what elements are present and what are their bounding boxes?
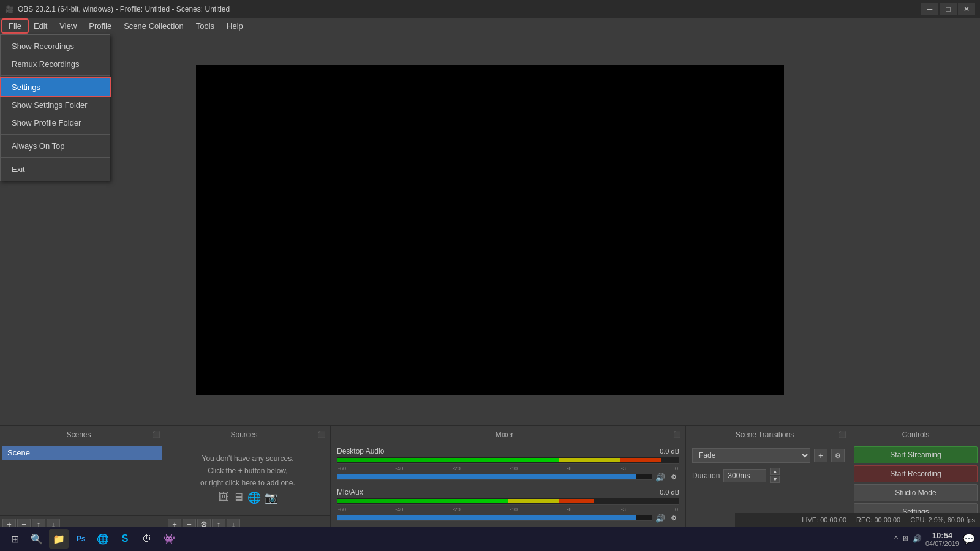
- taskbar-alien-app[interactable]: 👾: [159, 529, 179, 549]
- duration-up[interactable]: ▲: [770, 468, 780, 475]
- tray-network: 🖥: [902, 534, 909, 543]
- mixer-panel-title: Mixer: [336, 430, 673, 439]
- main-area: Scenes ⬛ Scene + − ↑ ↓ Sources ⬛ You don…: [0, 34, 980, 533]
- sources-empty-line3: or right click here to add one.: [200, 479, 295, 487]
- cpu-status: CPU: 2.9%, 60.00 fps: [910, 516, 975, 523]
- sources-panel-icon: ⬛: [318, 431, 325, 438]
- mixer-desktop-meter: [337, 457, 679, 464]
- sources-empty: You don't have any sources. Click the + …: [168, 446, 328, 513]
- taskbar-right: ^ 🖥 🔊 10:54 04/07/2019 💬: [894, 531, 975, 547]
- menu-bar: File Edit View Profile Scene Collection …: [0, 18, 980, 34]
- taskbar-skype[interactable]: S: [115, 529, 135, 549]
- duration-down[interactable]: ▼: [770, 476, 780, 483]
- mixer-panel-icon: ⬛: [673, 431, 680, 438]
- mixer-panel: Mixer ⬛ Desktop Audio 0.0 dB: [331, 426, 686, 533]
- live-status: LIVE: 00:00:00: [802, 516, 846, 523]
- tray-chevron[interactable]: ^: [894, 534, 898, 543]
- image-source-icon: 🖼: [218, 491, 229, 504]
- clock-date: 04/07/2019: [925, 540, 959, 547]
- duration-label: Duration: [692, 471, 720, 480]
- menu-help[interactable]: Help: [221, 20, 249, 32]
- taskbar-chrome[interactable]: 🌐: [93, 529, 113, 549]
- mixer-mic-meter: [337, 498, 679, 505]
- scenes-panel-header: Scenes ⬛: [0, 426, 165, 443]
- scenes-panel-icon: ⬛: [153, 431, 160, 438]
- mixer-mic-slider-row: 🔊 ⚙: [337, 512, 679, 523]
- transition-settings-btn[interactable]: ⚙: [831, 449, 845, 462]
- minimize-button[interactable]: ─: [921, 3, 938, 15]
- start-streaming-button[interactable]: Start Streaming: [854, 446, 978, 463]
- menu-file[interactable]: File: [2, 20, 28, 32]
- transitions-panel-icon: ⬛: [839, 431, 846, 438]
- maximize-button[interactable]: □: [940, 3, 957, 15]
- taskbar-clock-app[interactable]: ⏱: [137, 529, 157, 549]
- mixer-mic-label: Mic/Aux: [337, 488, 363, 497]
- controls-panel-title: Controls: [856, 430, 975, 439]
- mixer-desktop-top: Desktop Audio 0.0 dB: [337, 447, 679, 455]
- transitions-panel-header: Scene Transitions ⬛: [686, 426, 851, 443]
- studio-mode-button[interactable]: Studio Mode: [854, 484, 978, 501]
- mixer-mic-scale: -60-40-20-10-6-30: [337, 506, 679, 512]
- close-button[interactable]: ✕: [958, 3, 975, 15]
- mixer-desktop-mute[interactable]: 🔊: [655, 471, 666, 482]
- menu-edit[interactable]: Edit: [28, 20, 53, 32]
- preview-canvas: [196, 65, 784, 395]
- taskbar: ⊞ 🔍 📁 Ps 🌐 S ⏱ 👾 ^ 🖥 🔊 10:54 04/07/2019 …: [0, 527, 980, 551]
- mixer-desktop-db: 0.0 dB: [660, 448, 679, 455]
- taskbar-start-button[interactable]: ⊞: [5, 529, 24, 549]
- scenes-panel: Scenes ⬛ Scene + − ↑ ↓: [0, 426, 165, 533]
- clock-time: 10:54: [925, 531, 959, 540]
- source-icons: 🖼 🖥 🌐 📷: [218, 491, 278, 504]
- mixer-desktop-settings[interactable]: ⚙: [668, 471, 679, 482]
- window-title: OBS 23.2.1 (64-bit, windows) - Profile: …: [18, 5, 230, 13]
- mixer-mic-mute[interactable]: 🔊: [655, 512, 666, 523]
- browser-source-icon: 🌐: [247, 491, 261, 504]
- menu-view[interactable]: View: [53, 20, 83, 32]
- transition-select[interactable]: Fade Cut Swipe Slide: [692, 448, 810, 463]
- menu-exit[interactable]: Exit: [1, 160, 110, 178]
- sources-panel-title: Sources: [170, 430, 318, 439]
- sources-panel-content[interactable]: You don't have any sources. Click the + …: [165, 443, 330, 515]
- menu-show-settings-folder[interactable]: Show Settings Folder: [1, 96, 110, 114]
- menu-remux-recordings[interactable]: Remux Recordings: [1, 55, 110, 73]
- title-text: 🎥 OBS 23.2.1 (64-bit, windows) - Profile…: [5, 5, 230, 13]
- taskbar-photoshop[interactable]: Ps: [71, 529, 91, 549]
- menu-tools[interactable]: Tools: [190, 20, 221, 32]
- taskbar-clock[interactable]: 10:54 04/07/2019: [925, 531, 959, 547]
- title-bar: 🎥 OBS 23.2.1 (64-bit, windows) - Profile…: [0, 0, 980, 18]
- sources-panel-header: Sources ⬛: [165, 426, 330, 443]
- mixer-mic-vol[interactable]: [337, 515, 652, 521]
- menu-show-recordings[interactable]: Show Recordings: [1, 37, 110, 55]
- mixer-panel-header: Mixer ⬛: [331, 426, 685, 443]
- taskbar-search-button[interactable]: 🔍: [27, 529, 47, 549]
- separator-1: [1, 75, 110, 76]
- menu-profile[interactable]: Profile: [83, 20, 118, 32]
- mixer-mic-top: Mic/Aux 0.0 dB: [337, 488, 679, 497]
- rec-status: REC: 00:00:00: [856, 516, 900, 523]
- notification-center[interactable]: 💬: [963, 533, 975, 545]
- transition-add-btn[interactable]: +: [814, 449, 827, 462]
- file-dropdown-menu: Show Recordings Remux Recordings Setting…: [0, 34, 110, 181]
- duration-input[interactable]: [723, 469, 766, 482]
- mixer-mic-settings[interactable]: ⚙: [668, 512, 679, 523]
- separator-3: [1, 157, 110, 158]
- menu-scene-collection[interactable]: Scene Collection: [118, 20, 190, 32]
- menu-settings[interactable]: Settings: [1, 78, 110, 96]
- obs-icon: 🎥: [5, 5, 14, 13]
- mixer-desktop-label: Desktop Audio: [337, 447, 384, 455]
- mixer-panel-content: Desktop Audio 0.0 dB -60-: [331, 443, 685, 533]
- scene-item[interactable]: Scene: [2, 446, 162, 460]
- menu-always-on-top[interactable]: Always On Top: [1, 137, 110, 155]
- tray-volume[interactable]: 🔊: [913, 534, 922, 543]
- sources-empty-line2: Click the + button below,: [208, 467, 287, 475]
- camera-source-icon: 📷: [265, 491, 278, 504]
- mixer-scale: -60-40-20-10-6-30: [337, 465, 679, 471]
- transitions-panel-title: Scene Transitions: [691, 430, 839, 439]
- separator-2: [1, 134, 110, 135]
- preview-area: [0, 34, 980, 425]
- menu-show-profile-folder[interactable]: Show Profile Folder: [1, 114, 110, 132]
- start-recording-button[interactable]: Start Recording: [854, 465, 978, 482]
- taskbar-file-explorer[interactable]: 📁: [49, 529, 69, 549]
- mixer-desktop-vol[interactable]: [337, 474, 652, 480]
- taskbar-left: ⊞ 🔍 📁 Ps 🌐 S ⏱ 👾: [5, 529, 179, 549]
